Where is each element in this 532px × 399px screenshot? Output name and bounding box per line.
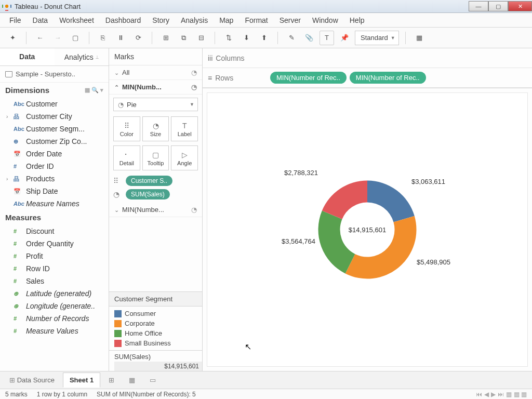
measure-field[interactable]: ⊕Longitude (generate..: [0, 300, 109, 312]
marks-card-color[interactable]: ⠿Color: [113, 116, 140, 141]
save-button[interactable]: ▢: [68, 31, 83, 45]
dimension-field[interactable]: AbcCustomer Segm...: [0, 123, 109, 135]
dimension-field[interactable]: ⊕Customer Zip Co...: [0, 135, 109, 148]
menu-analysis[interactable]: Analysis: [176, 14, 213, 26]
marks-pill[interactable]: ◔SUM(Sales): [113, 189, 198, 200]
nav-first-icon[interactable]: ⏮: [476, 391, 482, 398]
pin-button[interactable]: 📌: [337, 31, 352, 45]
menu-data[interactable]: Data: [28, 14, 54, 26]
rows-shelf[interactable]: ≡Rows MIN(Number of Rec.. MIN(Number of …: [203, 68, 532, 88]
rows-pill-2[interactable]: MIN(Number of Rec..: [350, 72, 426, 84]
marks-card-size[interactable]: ◔Size: [142, 116, 169, 141]
duplicate-button[interactable]: ⧉: [176, 31, 191, 45]
nav-prev-icon[interactable]: ◀: [484, 391, 489, 398]
marks-card-label[interactable]: TLabel: [171, 116, 198, 141]
tableau-icon[interactable]: ✦: [5, 31, 20, 45]
refresh-button[interactable]: ⟳: [131, 31, 145, 45]
minimize-button[interactable]: —: [469, 1, 488, 11]
legend-item[interactable]: Corporate: [114, 318, 197, 328]
pause-button[interactable]: ⏸: [113, 31, 128, 45]
status-marks: 5 marks: [5, 391, 28, 398]
fit-select[interactable]: Standard: [355, 31, 399, 45]
attach-button[interactable]: 📎: [302, 31, 316, 45]
mark-type-select[interactable]: Pie: [113, 98, 198, 111]
measure-field[interactable]: #Measure Values: [0, 325, 109, 337]
data-panel: Data Analytics ⟂ Sample - Supersto.. Dim…: [0, 48, 109, 371]
status-sum: SUM of MIN(Number of Records): 5: [97, 391, 196, 398]
marks-card-angle[interactable]: ▷Angle: [171, 145, 198, 170]
sort-desc-button[interactable]: ⬆: [257, 31, 271, 45]
legend-item[interactable]: Small Business: [114, 338, 197, 348]
close-button[interactable]: ✕: [508, 1, 532, 11]
showme-button[interactable]: ▦: [412, 31, 427, 45]
marks-header: Marks: [109, 48, 202, 65]
menu-server[interactable]: Server: [274, 14, 306, 26]
new-dashboard-button[interactable]: ▦: [123, 373, 141, 387]
menu-help[interactable]: Help: [344, 14, 370, 26]
rows-icon: ≡: [208, 74, 212, 82]
marks-second-row[interactable]: ⌄MIN(Numbe... ◔: [109, 203, 202, 217]
marks-card-detail[interactable]: ⠂Detail: [113, 145, 140, 170]
menu-dashboard[interactable]: Dashboard: [100, 14, 147, 26]
marks-panel: Marks ⌄All ◔ ⌃MIN(Numb... ◔ Pie ⠿Color◔S…: [109, 48, 203, 371]
measure-field[interactable]: #Profit: [0, 250, 109, 262]
dimension-field[interactable]: #Order ID: [0, 160, 109, 172]
dimension-field[interactable]: ›品Products: [0, 172, 109, 185]
tab-data[interactable]: Data: [0, 48, 55, 65]
columns-icon: iii: [208, 54, 212, 62]
measure-field[interactable]: #Row ID: [0, 262, 109, 275]
nav-next-icon[interactable]: ▶: [491, 391, 496, 398]
new-story-button[interactable]: ▭: [143, 373, 162, 387]
measure-field[interactable]: ⊕Latitude (generated): [0, 287, 109, 300]
dimension-field[interactable]: 📅Ship Date: [0, 185, 109, 197]
maximize-button[interactable]: ▢: [488, 1, 508, 11]
marks-all-row[interactable]: ⌄All ◔: [109, 65, 202, 80]
columns-shelf[interactable]: iiiColumns: [203, 48, 532, 68]
view-mode-icon[interactable]: ▦ ▦ ▦: [506, 391, 527, 398]
marks-card-tooltip[interactable]: ▢Tooltip: [142, 145, 169, 170]
undo-button[interactable]: ←: [33, 31, 47, 45]
status-rows: 1 row by 1 column: [37, 391, 87, 398]
labels-button[interactable]: T: [320, 31, 334, 45]
donut-slice-home-office[interactable]: [318, 211, 355, 274]
dimension-field[interactable]: AbcCustomer: [0, 98, 109, 110]
datasource-item[interactable]: Sample - Supersto..: [0, 66, 109, 83]
data-source-tab[interactable]: ⊞ Data Source: [3, 373, 61, 387]
marks-pill[interactable]: ⠿Customer S..: [113, 176, 198, 186]
dimension-field[interactable]: ›品Customer City: [0, 110, 109, 123]
legend-item[interactable]: Consumer: [114, 309, 197, 318]
nav-last-icon[interactable]: ⏭: [498, 391, 504, 398]
donut-slice-consumer[interactable]: [367, 181, 415, 222]
clear-button[interactable]: ⊟: [194, 31, 208, 45]
legend-title: Customer Segment: [109, 291, 202, 307]
marks-active-row[interactable]: ⌃MIN(Numb... ◔: [109, 80, 202, 95]
menu-file[interactable]: File: [4, 14, 26, 26]
rows-pill-1[interactable]: MIN(Number of Rec..: [270, 72, 347, 84]
sheet-1-tab[interactable]: Sheet 1: [63, 373, 100, 388]
sort-asc-button[interactable]: ⬇: [239, 31, 254, 45]
legend-item[interactable]: Home Office: [114, 328, 197, 338]
dimension-field[interactable]: AbcMeasure Names: [0, 197, 109, 210]
tab-analytics[interactable]: Analytics ⟂: [55, 48, 109, 65]
swap-button[interactable]: ⇅: [221, 31, 236, 45]
slice-label: $3,063,611: [411, 178, 445, 185]
dimension-field[interactable]: 📅Order Date: [0, 148, 109, 160]
sheet-tabs: ⊞ Data Source Sheet 1 ⊞ ▦ ▭: [0, 371, 532, 389]
menu-format[interactable]: Format: [240, 14, 273, 26]
measure-field[interactable]: #Discount: [0, 225, 109, 237]
new-worksheet-button[interactable]: ⊞: [102, 373, 121, 387]
new-datasource-button[interactable]: ⎘: [96, 31, 110, 45]
measure-field[interactable]: #Order Quantity: [0, 237, 109, 250]
menu-worksheet[interactable]: Worksheet: [54, 14, 99, 26]
donut-slice-small-business[interactable]: [322, 181, 367, 219]
chart-area[interactable]: $14,915,601 $3,063,611$5,498,905$3,564,7…: [207, 92, 528, 367]
highlight-button[interactable]: ✎: [284, 31, 299, 45]
measure-field[interactable]: #Sales: [0, 275, 109, 287]
menu-window[interactable]: Window: [307, 14, 343, 26]
new-sheet-button[interactable]: ⊞: [158, 31, 173, 45]
redo-button[interactable]: →: [50, 31, 65, 45]
sum-sales-value: $14,915,601: [114, 362, 202, 371]
menu-story[interactable]: Story: [147, 14, 175, 26]
menu-map[interactable]: Map: [214, 14, 238, 26]
measure-field[interactable]: #Number of Records: [0, 312, 109, 325]
